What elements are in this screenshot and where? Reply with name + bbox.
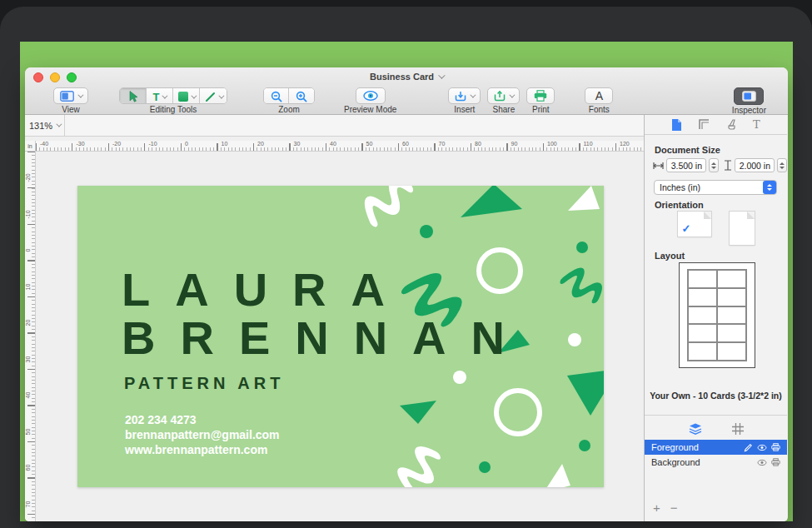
inspector-panel-icon bbox=[742, 91, 756, 102]
visibility-eye-icon[interactable] bbox=[757, 444, 767, 451]
canvas[interactable]: in -40-30-20-100102030405060708090100110… bbox=[25, 137, 644, 521]
width-icon bbox=[653, 162, 664, 170]
fonts-icon: A bbox=[595, 89, 603, 102]
inspector-sidebar: T Document Size bbox=[645, 115, 787, 521]
select-tool-button[interactable] bbox=[120, 88, 147, 104]
preview-mode-button[interactable] bbox=[356, 87, 386, 104]
height-stepper[interactable] bbox=[777, 158, 787, 172]
layout-cell bbox=[688, 306, 717, 325]
tab-appearance-icon[interactable] bbox=[725, 118, 738, 131]
white-squiggle bbox=[354, 186, 428, 236]
layout-cell bbox=[717, 324, 746, 342]
ruler-label: 80 bbox=[475, 141, 481, 147]
layout-cell bbox=[688, 324, 717, 342]
shape-tool-icon bbox=[178, 92, 188, 102]
zoom-out-icon bbox=[271, 91, 282, 102]
green-triangle bbox=[567, 369, 604, 416]
ruler-label: -10 bbox=[149, 141, 157, 147]
share-label: Share bbox=[493, 105, 516, 114]
v-ruler: -20-10010203040506070 bbox=[25, 152, 36, 521]
layout-cell bbox=[688, 288, 717, 306]
editing-tools-group: T Editi bbox=[119, 87, 227, 114]
line-tool-button[interactable] bbox=[200, 88, 227, 104]
window-title-menu[interactable]: Business Card bbox=[370, 72, 443, 82]
layout-preview[interactable] bbox=[679, 262, 755, 368]
chevron-down-icon bbox=[77, 92, 83, 97]
view-panels-icon bbox=[60, 91, 74, 102]
text-tool-icon: T bbox=[153, 91, 160, 103]
layer-print-icon[interactable] bbox=[771, 443, 780, 451]
card-phone: 202 234 4273 bbox=[125, 412, 280, 427]
grid-icon[interactable] bbox=[732, 423, 744, 435]
text-tool-button[interactable]: T bbox=[147, 88, 173, 104]
inspector-button[interactable] bbox=[734, 87, 764, 105]
share-button[interactable] bbox=[487, 87, 520, 104]
layers-list: ForegroundBackground bbox=[645, 440, 787, 470]
window-title: Business Card bbox=[370, 72, 434, 82]
insert-label: Insert bbox=[454, 105, 475, 114]
ruler-label: -30 bbox=[77, 141, 85, 147]
green-triangle bbox=[461, 186, 522, 217]
ruler-label: 70 bbox=[25, 499, 31, 509]
white-dot bbox=[568, 333, 581, 346]
height-input[interactable] bbox=[735, 158, 775, 172]
orientation-landscape-option[interactable]: ✓ bbox=[678, 212, 711, 237]
ruler-label: 90 bbox=[511, 141, 518, 147]
white-ring bbox=[494, 388, 542, 436]
fonts-group: A Fonts bbox=[585, 87, 613, 114]
tab-document-icon[interactable] bbox=[671, 118, 682, 132]
close-button[interactable] bbox=[33, 72, 43, 82]
view-button[interactable] bbox=[53, 87, 88, 104]
orientation-options: ✓ bbox=[645, 212, 787, 245]
zoom-in-button[interactable] bbox=[289, 88, 314, 104]
zoom-window-button[interactable] bbox=[67, 72, 77, 82]
pencil-icon[interactable] bbox=[744, 443, 753, 452]
traffic-lights bbox=[33, 72, 77, 82]
add-layer-button[interactable]: + bbox=[653, 501, 660, 515]
print-button[interactable] bbox=[526, 87, 555, 104]
layout-cell bbox=[717, 342, 746, 361]
share-group: Share bbox=[487, 87, 520, 114]
titlebar: Business Card bbox=[25, 67, 788, 86]
white-dot bbox=[453, 371, 466, 384]
h-ruler: -40-30-20-100102030405060708090100110120 bbox=[36, 141, 644, 152]
ruler-label: 0 bbox=[185, 141, 188, 147]
orientation-portrait-option[interactable] bbox=[730, 212, 755, 245]
layout-grid bbox=[687, 269, 747, 361]
line-tool-icon bbox=[205, 92, 216, 102]
insert-button[interactable] bbox=[448, 87, 481, 104]
layer-row[interactable]: Foreground bbox=[645, 440, 787, 455]
visibility-eye-icon[interactable] bbox=[757, 459, 767, 466]
insert-group: Insert bbox=[448, 87, 481, 114]
green-squiggle bbox=[554, 259, 604, 317]
layer-name: Background bbox=[651, 457, 753, 467]
ruler-label: 60 bbox=[25, 463, 31, 473]
card-subtitle: PATTERN ART bbox=[124, 374, 284, 393]
zoom-in-icon bbox=[296, 91, 307, 102]
tab-margins-icon[interactable] bbox=[698, 118, 710, 131]
chevron-down-icon bbox=[56, 122, 62, 127]
width-stepper[interactable] bbox=[709, 158, 719, 172]
fonts-button[interactable]: A bbox=[585, 87, 613, 104]
minimize-button[interactable] bbox=[50, 72, 60, 82]
units-dropdown[interactable]: Inches (in) bbox=[654, 180, 777, 195]
width-input[interactable] bbox=[666, 158, 706, 172]
layers-icon[interactable] bbox=[689, 423, 702, 435]
orientation-label: Orientation bbox=[655, 200, 704, 210]
zoom-level-dropdown[interactable]: 131% bbox=[25, 115, 65, 136]
ruler-label: 30 bbox=[25, 354, 31, 364]
layer-row[interactable]: Background bbox=[645, 455, 787, 470]
chevron-down-icon bbox=[162, 92, 168, 98]
business-card[interactable]: LAURABRENNAN PATTERN ART 202 234 4273 br… bbox=[77, 186, 604, 487]
chevron-down-icon bbox=[438, 72, 445, 78]
ruler-label: 20 bbox=[257, 141, 264, 147]
page-fold-icon bbox=[747, 212, 755, 219]
zoom-out-button[interactable] bbox=[264, 88, 289, 104]
green-triangle bbox=[400, 399, 436, 424]
layer-print-icon[interactable] bbox=[771, 458, 780, 466]
ruler-label: -20 bbox=[112, 141, 121, 147]
shape-tool-button[interactable] bbox=[173, 88, 200, 104]
remove-layer-button[interactable]: − bbox=[670, 501, 678, 515]
tab-text-icon[interactable]: T bbox=[753, 118, 760, 131]
layout-label: Layout bbox=[655, 251, 685, 261]
